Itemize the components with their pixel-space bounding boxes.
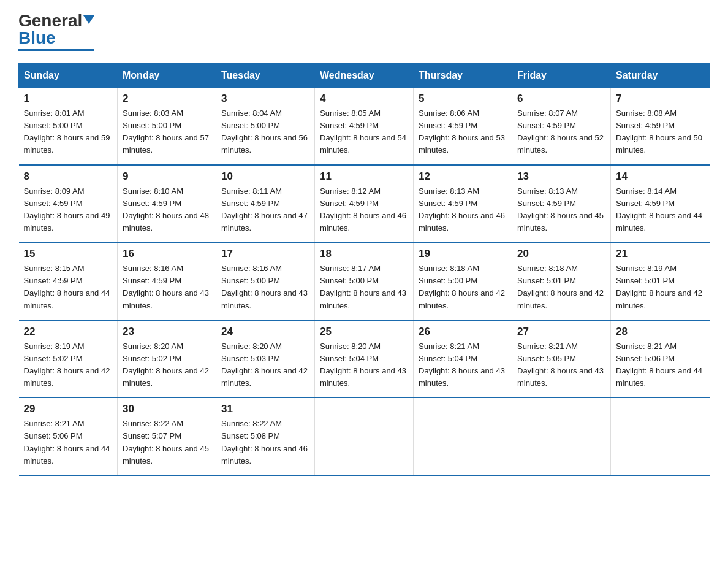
- day-number: 20: [517, 248, 605, 260]
- calendar-cell: 11Sunrise: 8:12 AMSunset: 4:59 PMDayligh…: [315, 165, 414, 243]
- day-number: 9: [123, 170, 211, 183]
- day-number: 26: [419, 326, 507, 338]
- day-info: Sunrise: 8:16 AMSunset: 5:00 PMDaylight:…: [221, 262, 309, 312]
- calendar-cell: 15Sunrise: 8:15 AMSunset: 4:59 PMDayligh…: [19, 242, 118, 320]
- day-info: Sunrise: 8:01 AMSunset: 5:00 PMDaylight:…: [24, 107, 113, 157]
- calendar-cell: 14Sunrise: 8:14 AMSunset: 4:59 PMDayligh…: [611, 165, 710, 243]
- calendar-cell: 18Sunrise: 8:17 AMSunset: 5:00 PMDayligh…: [315, 242, 414, 320]
- calendar-cell: 13Sunrise: 8:13 AMSunset: 4:59 PMDayligh…: [512, 165, 611, 243]
- week-row-4: 22Sunrise: 8:19 AMSunset: 5:02 PMDayligh…: [19, 320, 710, 398]
- calendar-cell: [414, 397, 512, 475]
- week-row-3: 15Sunrise: 8:15 AMSunset: 4:59 PMDayligh…: [19, 242, 710, 320]
- day-number: 17: [221, 248, 309, 260]
- day-info: Sunrise: 8:22 AMSunset: 5:08 PMDaylight:…: [221, 418, 309, 467]
- calendar-cell: 31Sunrise: 8:22 AMSunset: 5:08 PMDayligh…: [216, 397, 315, 475]
- day-info: Sunrise: 8:19 AMSunset: 5:01 PMDaylight:…: [616, 262, 705, 312]
- calendar-cell: 27Sunrise: 8:21 AMSunset: 5:05 PMDayligh…: [512, 320, 611, 398]
- day-number: 18: [320, 248, 408, 260]
- day-number: 15: [24, 248, 113, 260]
- calendar-cell: 25Sunrise: 8:20 AMSunset: 5:04 PMDayligh…: [315, 320, 414, 398]
- weekday-header-sunday: Sunday: [19, 64, 118, 88]
- day-info: Sunrise: 8:10 AMSunset: 4:59 PMDaylight:…: [123, 185, 211, 235]
- logo-text: General Blue: [18, 12, 94, 47]
- day-number: 28: [616, 326, 705, 338]
- calendar-cell: [611, 397, 710, 475]
- day-info: Sunrise: 8:15 AMSunset: 4:59 PMDaylight:…: [24, 262, 113, 312]
- calendar-cell: 23Sunrise: 8:20 AMSunset: 5:02 PMDayligh…: [118, 320, 216, 398]
- calendar-cell: 4Sunrise: 8:05 AMSunset: 4:59 PMDaylight…: [315, 88, 414, 165]
- day-number: 22: [24, 326, 113, 338]
- week-row-5: 29Sunrise: 8:21 AMSunset: 5:06 PMDayligh…: [19, 397, 710, 475]
- weekday-header-saturday: Saturday: [611, 64, 710, 88]
- day-info: Sunrise: 8:09 AMSunset: 4:59 PMDaylight:…: [24, 185, 113, 235]
- calendar-cell: 12Sunrise: 8:13 AMSunset: 4:59 PMDayligh…: [414, 165, 512, 243]
- logo-general: General: [18, 11, 82, 30]
- weekday-header-tuesday: Tuesday: [216, 64, 315, 88]
- day-number: 19: [419, 248, 507, 260]
- day-info: Sunrise: 8:21 AMSunset: 5:04 PMDaylight:…: [419, 340, 507, 390]
- calendar-cell: 9Sunrise: 8:10 AMSunset: 4:59 PMDaylight…: [118, 165, 216, 243]
- logo-line: [18, 49, 94, 51]
- calendar-cell: 2Sunrise: 8:03 AMSunset: 5:00 PMDaylight…: [118, 88, 216, 165]
- day-number: 21: [616, 248, 705, 260]
- day-info: Sunrise: 8:18 AMSunset: 5:01 PMDaylight:…: [517, 262, 605, 312]
- calendar-table: SundayMondayTuesdayWednesdayThursdayFrid…: [18, 63, 710, 476]
- day-info: Sunrise: 8:19 AMSunset: 5:02 PMDaylight:…: [24, 340, 113, 390]
- day-number: 30: [123, 403, 211, 415]
- day-number: 11: [320, 170, 408, 183]
- calendar-cell: 22Sunrise: 8:19 AMSunset: 5:02 PMDayligh…: [19, 320, 118, 398]
- weekday-header-monday: Monday: [118, 64, 216, 88]
- day-info: Sunrise: 8:20 AMSunset: 5:03 PMDaylight:…: [221, 340, 309, 390]
- day-number: 1: [24, 93, 113, 105]
- weekday-header-friday: Friday: [512, 64, 611, 88]
- week-row-2: 8Sunrise: 8:09 AMSunset: 4:59 PMDaylight…: [19, 165, 710, 243]
- day-number: 13: [517, 170, 605, 183]
- calendar-cell: 19Sunrise: 8:18 AMSunset: 5:00 PMDayligh…: [414, 242, 512, 320]
- logo-blue: Blue: [18, 28, 56, 47]
- calendar-cell: [315, 397, 414, 475]
- calendar-cell: 17Sunrise: 8:16 AMSunset: 5:00 PMDayligh…: [216, 242, 315, 320]
- calendar-cell: 16Sunrise: 8:16 AMSunset: 4:59 PMDayligh…: [118, 242, 216, 320]
- day-number: 2: [123, 93, 211, 105]
- day-info: Sunrise: 8:20 AMSunset: 5:04 PMDaylight:…: [320, 340, 408, 390]
- day-number: 23: [123, 326, 211, 338]
- week-row-1: 1Sunrise: 8:01 AMSunset: 5:00 PMDaylight…: [19, 88, 710, 165]
- day-info: Sunrise: 8:21 AMSunset: 5:05 PMDaylight:…: [517, 340, 605, 390]
- day-info: Sunrise: 8:21 AMSunset: 5:06 PMDaylight:…: [24, 418, 113, 467]
- day-info: Sunrise: 8:18 AMSunset: 5:00 PMDaylight:…: [419, 262, 507, 312]
- day-info: Sunrise: 8:07 AMSunset: 4:59 PMDaylight:…: [517, 107, 605, 157]
- calendar-cell: 26Sunrise: 8:21 AMSunset: 5:04 PMDayligh…: [414, 320, 512, 398]
- day-number: 12: [419, 170, 507, 183]
- calendar-cell: 28Sunrise: 8:21 AMSunset: 5:06 PMDayligh…: [611, 320, 710, 398]
- day-number: 3: [221, 93, 309, 105]
- calendar-cell: 7Sunrise: 8:08 AMSunset: 4:59 PMDaylight…: [611, 88, 710, 165]
- day-info: Sunrise: 8:12 AMSunset: 4:59 PMDaylight:…: [320, 185, 408, 235]
- calendar-cell: [512, 397, 611, 475]
- calendar-cell: 3Sunrise: 8:04 AMSunset: 5:00 PMDaylight…: [216, 88, 315, 165]
- day-number: 4: [320, 93, 408, 105]
- day-number: 29: [24, 403, 113, 415]
- day-number: 14: [616, 170, 705, 183]
- calendar-cell: 29Sunrise: 8:21 AMSunset: 5:06 PMDayligh…: [19, 397, 118, 475]
- day-number: 5: [419, 93, 507, 105]
- day-info: Sunrise: 8:13 AMSunset: 4:59 PMDaylight:…: [517, 185, 605, 235]
- calendar-cell: 21Sunrise: 8:19 AMSunset: 5:01 PMDayligh…: [611, 242, 710, 320]
- page-header: General Blue: [18, 12, 710, 51]
- day-info: Sunrise: 8:20 AMSunset: 5:02 PMDaylight:…: [123, 340, 211, 390]
- calendar-cell: 20Sunrise: 8:18 AMSunset: 5:01 PMDayligh…: [512, 242, 611, 320]
- weekday-header-thursday: Thursday: [414, 64, 512, 88]
- day-info: Sunrise: 8:21 AMSunset: 5:06 PMDaylight:…: [616, 340, 705, 390]
- day-info: Sunrise: 8:16 AMSunset: 4:59 PMDaylight:…: [123, 262, 211, 312]
- day-number: 7: [616, 93, 705, 105]
- day-info: Sunrise: 8:05 AMSunset: 4:59 PMDaylight:…: [320, 107, 408, 157]
- day-number: 25: [320, 326, 408, 338]
- day-number: 16: [123, 248, 211, 260]
- weekday-header-wednesday: Wednesday: [315, 64, 414, 88]
- calendar-cell: 6Sunrise: 8:07 AMSunset: 4:59 PMDaylight…: [512, 88, 611, 165]
- day-info: Sunrise: 8:14 AMSunset: 4:59 PMDaylight:…: [616, 185, 705, 235]
- day-info: Sunrise: 8:13 AMSunset: 4:59 PMDaylight:…: [419, 185, 507, 235]
- day-number: 27: [517, 326, 605, 338]
- day-number: 31: [221, 403, 309, 415]
- logo-triangle-icon: [83, 15, 94, 24]
- day-info: Sunrise: 8:11 AMSunset: 4:59 PMDaylight:…: [221, 185, 309, 235]
